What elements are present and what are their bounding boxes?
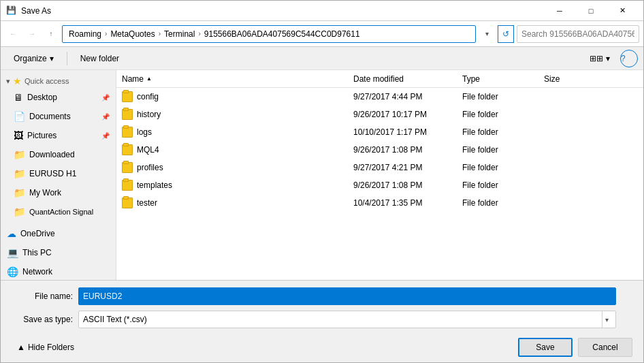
- column-type[interactable]: Type: [462, 74, 544, 84]
- file-date: 9/27/2017 4:44 PM: [353, 92, 462, 101]
- up-button[interactable]: ↑: [43, 26, 59, 42]
- organize-button[interactable]: Organize ▾: [6, 50, 61, 67]
- hide-folders-button[interactable]: ▲ Hide Folders: [12, 340, 80, 355]
- view-arrow: ▾: [606, 54, 610, 63]
- quick-access-label: Quick access: [25, 77, 69, 85]
- sidebar-documents-label: Documents: [29, 112, 97, 121]
- dropdown-arrow-icon: ▾: [602, 311, 611, 328]
- window-icon: 💾: [6, 5, 17, 16]
- table-row[interactable]: config 9/27/2017 4:44 PM File folder: [116, 88, 643, 106]
- search-input[interactable]: [521, 29, 634, 39]
- table-row[interactable]: MQL4 9/26/2017 1:08 PM File folder: [116, 141, 643, 159]
- dropdown-arrow-button[interactable]: ▾: [479, 26, 495, 42]
- sidebar-item-desktop[interactable]: 🖥 Desktop 📌: [1, 88, 116, 107]
- back-button[interactable]: ←: [5, 26, 21, 42]
- maximize-button[interactable]: □: [575, 1, 607, 21]
- file-name: MQL4: [137, 145, 159, 155]
- column-size[interactable]: Size: [544, 74, 598, 84]
- folder-icon: [122, 109, 133, 120]
- pictures-icon: 🖼: [14, 130, 23, 141]
- path-metaquotes[interactable]: MetaQuotes: [108, 28, 157, 40]
- folder-icon: [122, 127, 133, 138]
- table-row[interactable]: logs 10/10/2017 1:17 PM File folder: [116, 123, 643, 141]
- search-box[interactable]: [517, 25, 639, 43]
- cancel-label: Cancel: [592, 343, 617, 352]
- file-list-header: Name ▲ Date modified Type Size: [116, 70, 643, 88]
- column-date-modified[interactable]: Date modified: [353, 74, 462, 84]
- file-type: File folder: [462, 163, 544, 172]
- folder-icon: [122, 180, 133, 191]
- hide-folders-label: Hide Folders: [28, 343, 74, 352]
- close-button[interactable]: ✕: [607, 1, 638, 21]
- hide-folders-area: ▲ Hide Folders: [12, 340, 513, 355]
- main-content: ▾ ★ Quick access 🖥 Desktop 📌 📄 Documents…: [1, 70, 643, 280]
- file-name: profiles: [137, 163, 163, 172]
- refresh-button[interactable]: ↺: [498, 25, 514, 43]
- saveastype-dropdown[interactable]: ASCII Text (*.csv) ▾: [78, 311, 616, 328]
- quantaction-icon: 📁: [14, 206, 25, 217]
- path-terminal[interactable]: Terminal: [162, 28, 197, 40]
- saveastype-value: ASCII Text (*.csv): [83, 315, 147, 324]
- save-as-dialog: 💾 Save As ─ □ ✕ ← → ↑ Roaming › MetaQuot…: [0, 0, 644, 363]
- file-date: 9/26/2017 1:08 PM: [353, 145, 462, 155]
- sidebar-eurusd-label: EURUSD H1: [29, 169, 110, 178]
- file-date: 10/4/2017 1:35 PM: [353, 198, 462, 208]
- sidebar-downloaded-label: Downloaded: [29, 150, 110, 159]
- eurusd-icon: 📁: [14, 168, 25, 179]
- onedrive-icon: ☁: [7, 228, 16, 239]
- sidebar-item-thispc[interactable]: 💻 This PC: [1, 243, 116, 262]
- sidebar-item-mywork[interactable]: 📁 My Work: [1, 183, 116, 202]
- folder-icon: [122, 162, 133, 173]
- cancel-button[interactable]: Cancel: [578, 338, 632, 357]
- column-name[interactable]: Name ▲: [122, 74, 353, 84]
- sidebar-item-quantaction[interactable]: 📁 QuantAction Signal: [1, 202, 116, 221]
- downloaded-icon: 📁: [14, 149, 25, 160]
- action-row: ▲ Hide Folders Save Cancel: [12, 334, 632, 362]
- file-area: Name ▲ Date modified Type Size config: [116, 70, 643, 280]
- table-row[interactable]: templates 9/26/2017 1:08 PM File folder: [116, 176, 643, 194]
- file-date: 10/10/2017 1:17 PM: [353, 127, 462, 137]
- forward-button[interactable]: →: [24, 26, 40, 42]
- file-date: 9/26/2017 10:17 PM: [353, 110, 462, 119]
- view-button[interactable]: ⊞⊞ ▾: [582, 50, 617, 67]
- path-roaming[interactable]: Roaming: [67, 28, 103, 40]
- thispc-icon: 💻: [7, 247, 18, 258]
- sidebar-item-pictures[interactable]: 🖼 Pictures 📌: [1, 126, 116, 145]
- sidebar-item-documents[interactable]: 📄 Documents 📌: [1, 107, 116, 126]
- sidebar-item-eurusd[interactable]: 📁 EURUSD H1: [1, 164, 116, 183]
- sort-arrow: ▲: [146, 76, 152, 82]
- file-name: logs: [137, 127, 152, 137]
- help-button[interactable]: ?: [620, 50, 638, 67]
- file-date: 9/26/2017 1:08 PM: [353, 180, 462, 190]
- title-bar-text: Save As: [21, 6, 544, 16]
- quick-access-section: ▾ ★ Quick access 🖥 Desktop 📌 📄 Documents…: [1, 73, 116, 221]
- address-path[interactable]: Roaming › MetaQuotes › Terminal › 915566…: [62, 25, 476, 43]
- quick-access-header[interactable]: ▾ ★ Quick access: [1, 73, 116, 88]
- toolbar-separator: [67, 52, 67, 65]
- sidebar-item-onedrive[interactable]: ☁ OneDrive: [1, 224, 116, 243]
- table-row[interactable]: profiles 9/27/2017 4:21 PM File folder: [116, 159, 643, 176]
- minimize-button[interactable]: ─: [544, 1, 575, 21]
- path-hash[interactable]: 915566BA06ADA407569C544CC0D97611: [202, 28, 362, 40]
- sidebar-item-downloaded[interactable]: 📁 Downloaded: [1, 145, 116, 164]
- filename-input[interactable]: [78, 287, 616, 305]
- save-label: Save: [536, 343, 554, 352]
- sidebar-item-network[interactable]: 🌐 Network: [1, 262, 116, 280]
- new-folder-button[interactable]: New folder: [73, 50, 127, 67]
- file-date: 9/27/2017 4:21 PM: [353, 163, 462, 172]
- sidebar-network-label: Network: [22, 267, 110, 277]
- sidebar-quantaction-label: QuantAction Signal: [29, 208, 110, 216]
- window-controls: ─ □ ✕: [544, 1, 638, 21]
- mywork-icon: 📁: [14, 187, 25, 198]
- save-button[interactable]: Save: [518, 338, 573, 357]
- table-row[interactable]: history 9/26/2017 10:17 PM File folder: [116, 106, 643, 123]
- table-row[interactable]: tester 10/4/2017 1:35 PM File folder: [116, 194, 643, 212]
- organize-arrow: ▾: [50, 54, 54, 63]
- documents-icon: 📄: [14, 111, 25, 122]
- title-bar: 💾 Save As ─ □ ✕: [1, 1, 643, 21]
- star-icon: ★: [13, 76, 22, 86]
- toolbar: Organize ▾ New folder ⊞⊞ ▾ ?: [1, 47, 643, 70]
- sidebar-mywork-label: My Work: [29, 188, 110, 198]
- organize-label: Organize: [14, 54, 47, 63]
- filename-label: File name:: [12, 291, 73, 301]
